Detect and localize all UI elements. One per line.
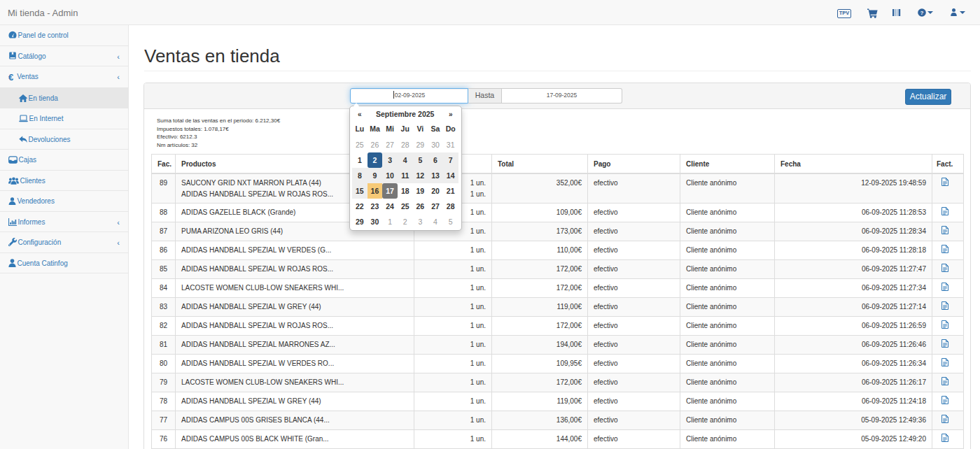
svg-text:?: ?: [920, 10, 924, 16]
